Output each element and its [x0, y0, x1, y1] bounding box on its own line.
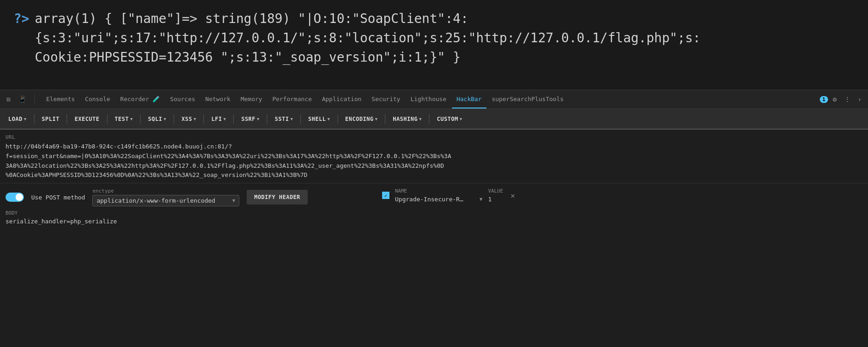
headers-name-col: Name Upgrade-Insecure-R… ▼ [395, 188, 483, 203]
tab-console[interactable]: Console [80, 90, 115, 108]
toolbar-divider-11 [385, 114, 385, 124]
header-close-button[interactable]: ✕ [509, 190, 517, 201]
post-method-toggle[interactable] [6, 193, 24, 202]
custom-arrow: ▼ [460, 117, 462, 121]
tab-hackbar[interactable]: HackBar [452, 90, 486, 108]
lfi-button[interactable]: LFI ▼ [207, 114, 231, 125]
body-section: Body serialize_handler=php_serialize [6, 210, 373, 225]
top-content-area: ?> array(1) { ["name"]=> string(189) "|O… [0, 0, 868, 90]
modify-header-button[interactable]: MODIFY HEADER [247, 190, 307, 205]
tab-lighthouse[interactable]: Lighthouse [406, 90, 451, 108]
toolbar-divider-3 [107, 114, 107, 124]
tab-sources[interactable]: Sources [165, 90, 200, 108]
toolbar-divider-12 [429, 114, 429, 124]
devtools-tabbar: ⊡ 📱 Elements Console Recorder 🧪 Sources … [0, 90, 868, 109]
xss-arrow: ▼ [193, 117, 196, 121]
name-col-label: Name [395, 188, 483, 194]
tab-application[interactable]: Application [317, 90, 366, 108]
post-toggle-row: Use POST method enctype application/x-ww… [6, 188, 373, 206]
execute-button[interactable]: EXECUTE [70, 114, 104, 125]
toolbar-divider-1 [34, 114, 34, 124]
devtools-more-icon[interactable]: ⋮ [841, 94, 853, 105]
ssti-button[interactable]: SSTI ▼ [270, 114, 298, 125]
toolbar-divider-4 [140, 114, 141, 124]
lfi-arrow: ▼ [223, 117, 226, 121]
tab-memory[interactable]: Memory [236, 90, 267, 108]
devtools-chevron-icon[interactable]: › [855, 94, 864, 105]
value-col-label: Value [488, 188, 503, 194]
sqli-arrow: ▼ [163, 117, 166, 121]
split-button[interactable]: SPLIT [37, 114, 64, 125]
toolbar-divider-8 [267, 114, 267, 124]
toolbar-divider-7 [233, 114, 234, 124]
header-name-value: Upgrade-Insecure-R… [395, 196, 478, 203]
header-value-1[interactable]: 1 [488, 196, 503, 203]
test-arrow: ▼ [130, 117, 133, 121]
inspect-icon[interactable]: ⊡ [4, 94, 13, 105]
code-output: array(1) { ["name"]=> string(189) "|O:10… [35, 9, 701, 67]
device-icon[interactable]: 📱 [16, 94, 29, 105]
sqli-button[interactable]: SQLI ▼ [143, 114, 171, 125]
shell-arrow: ▼ [327, 117, 330, 121]
body-label: Body [6, 210, 373, 216]
enctype-label: enctype [92, 188, 239, 194]
url-section: URL http://04bf4a69-ba19-47b8-924c-c149f… [0, 130, 868, 183]
header-dropdown-arrow[interactable]: ▼ [479, 196, 483, 202]
load-arrow: ▼ [24, 117, 27, 121]
toolbar-divider-2 [67, 114, 67, 124]
ssrf-arrow: ▼ [257, 117, 259, 121]
enctype-dropdown-arrow: ▼ [232, 198, 236, 204]
enctype-value: application/x-www-form-urlencoded [96, 197, 232, 204]
tab-network[interactable]: Network [201, 90, 235, 108]
enctype-select[interactable]: application/x-www-form-urlencoded ▼ [92, 195, 239, 206]
php-marker: ?> [14, 11, 29, 26]
enctype-group: enctype application/x-www-form-urlencode… [92, 188, 239, 206]
tab-supersearch[interactable]: superSearchPlusTools [487, 90, 569, 108]
notifications-badge: 1 [820, 96, 829, 103]
devtools-icon-group: ⊡ 📱 [4, 94, 35, 105]
shell-button[interactable]: SHELL ▼ [304, 114, 335, 125]
hackbar-toolbar: LOAD ▼ SPLIT EXECUTE TEST ▼ SQLI ▼ XSS ▼… [0, 109, 868, 130]
encoding-button[interactable]: ENCODING ▼ [341, 114, 383, 125]
left-controls: Use POST method enctype application/x-ww… [6, 188, 373, 225]
tab-performance[interactable]: Performance [268, 90, 316, 108]
ssti-arrow: ▼ [290, 117, 293, 121]
post-method-label: Use POST method [31, 194, 85, 201]
hashing-arrow: ▼ [419, 117, 422, 121]
tab-elements[interactable]: Elements [41, 90, 79, 108]
bottom-section: Use POST method enctype application/x-ww… [0, 183, 868, 229]
custom-button[interactable]: CUSTOM ▼ [432, 114, 467, 125]
hashing-button[interactable]: HASHING ▼ [388, 114, 426, 125]
test-button[interactable]: TEST ▼ [110, 114, 138, 125]
devtools-settings-icon[interactable]: ⚙ [830, 94, 839, 105]
headers-section: ✓ Name Upgrade-Insecure-R… ▼ Value 1 ✕ [382, 188, 862, 225]
headers-row: ✓ Name Upgrade-Insecure-R… ▼ Value 1 ✕ [382, 188, 862, 203]
devtools-right-controls: 1 ⚙ ⋮ › [820, 94, 865, 105]
toolbar-divider-10 [338, 114, 338, 124]
url-value[interactable]: http://04bf4a69-ba19-47b8-924c-c149fc1b6… [6, 142, 862, 180]
toggle-knob [16, 193, 23, 201]
header-checkbox-1[interactable]: ✓ [382, 192, 389, 199]
tab-recorder[interactable]: Recorder 🧪 [116, 90, 164, 108]
headers-value-col: Value 1 [488, 188, 503, 203]
body-value[interactable]: serialize_handler=php_serialize [6, 218, 373, 225]
ssrf-button[interactable]: SSRF ▼ [237, 114, 264, 125]
tab-security[interactable]: Security [367, 90, 405, 108]
encoding-arrow: ▼ [375, 117, 378, 121]
toolbar-divider-6 [203, 114, 204, 124]
load-button[interactable]: LOAD ▼ [4, 114, 31, 125]
toolbar-divider-5 [174, 114, 174, 124]
toolbar-divider-9 [300, 114, 301, 124]
url-label: URL [6, 134, 862, 140]
xss-button[interactable]: XSS ▼ [177, 114, 201, 125]
